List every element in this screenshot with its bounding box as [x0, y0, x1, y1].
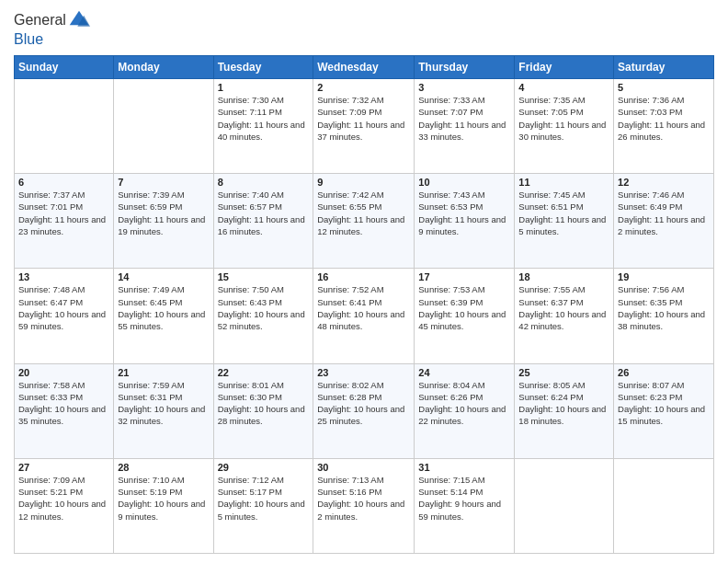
logo-general-text: General [14, 12, 66, 29]
day-info: Sunrise: 8:05 AMSunset: 6:24 PMDaylight:… [518, 379, 609, 428]
weekday-header-row: SundayMondayTuesdayWednesdayThursdayFrid… [15, 56, 714, 79]
day-info: Sunrise: 7:15 AMSunset: 5:14 PMDaylight:… [418, 474, 510, 523]
day-number: 26 [618, 367, 710, 378]
day-cell-2-1: 14Sunrise: 7:49 AMSunset: 6:45 PMDayligh… [114, 269, 213, 363]
day-number: 19 [618, 271, 710, 282]
day-number: 24 [418, 367, 510, 378]
day-number: 3 [418, 82, 510, 93]
day-cell-3-4: 24Sunrise: 8:04 AMSunset: 6:26 PMDayligh… [415, 363, 515, 458]
day-info: Sunrise: 7:53 AMSunset: 6:39 PMDaylight:… [418, 283, 510, 332]
day-info: Sunrise: 7:56 AMSunset: 6:35 PMDaylight:… [618, 283, 710, 332]
day-number: 18 [518, 271, 609, 282]
day-number: 21 [118, 367, 209, 378]
day-number: 16 [317, 271, 410, 282]
week-row-0: 1Sunrise: 7:30 AMSunset: 7:11 PMDaylight… [15, 79, 714, 174]
day-number: 28 [118, 462, 209, 473]
day-cell-4-6 [614, 458, 714, 553]
calendar-table: SundayMondayTuesdayWednesdayThursdayFrid… [14, 55, 714, 554]
day-cell-2-3: 16Sunrise: 7:52 AMSunset: 6:41 PMDayligh… [313, 269, 415, 363]
week-row-4: 27Sunrise: 7:09 AMSunset: 5:21 PMDayligh… [15, 458, 714, 553]
day-number: 5 [618, 82, 710, 93]
day-number: 30 [317, 462, 410, 473]
weekday-header-thursday: Thursday [415, 56, 515, 79]
weekday-header-tuesday: Tuesday [213, 56, 313, 79]
day-cell-1-2: 8Sunrise: 7:40 AMSunset: 6:57 PMDaylight… [213, 174, 313, 269]
week-row-2: 13Sunrise: 7:48 AMSunset: 6:47 PMDayligh… [15, 269, 714, 363]
day-cell-1-4: 10Sunrise: 7:43 AMSunset: 6:53 PMDayligh… [415, 174, 515, 269]
logo-line1: General [14, 9, 90, 31]
day-number: 15 [218, 271, 310, 282]
day-cell-0-2: 1Sunrise: 7:30 AMSunset: 7:11 PMDaylight… [213, 79, 313, 174]
day-info: Sunrise: 8:02 AMSunset: 6:28 PMDaylight:… [317, 379, 410, 428]
logo-icon [68, 9, 90, 31]
day-info: Sunrise: 7:40 AMSunset: 6:57 PMDaylight:… [218, 189, 310, 237]
day-info: Sunrise: 7:10 AMSunset: 5:19 PMDaylight:… [118, 474, 209, 523]
day-info: Sunrise: 7:33 AMSunset: 7:07 PMDaylight:… [418, 94, 510, 143]
page: General Blue SundayMondayTuesdayWednesda… [0, 0, 728, 563]
day-number: 9 [317, 177, 410, 188]
day-number: 13 [18, 271, 109, 282]
day-cell-3-3: 23Sunrise: 8:02 AMSunset: 6:28 PMDayligh… [313, 363, 415, 458]
day-number: 22 [218, 367, 310, 378]
day-info: Sunrise: 8:04 AMSunset: 6:26 PMDaylight:… [418, 379, 510, 428]
day-info: Sunrise: 7:45 AMSunset: 6:51 PMDaylight:… [518, 189, 609, 237]
day-cell-4-5 [515, 458, 614, 553]
week-row-1: 6Sunrise: 7:37 AMSunset: 7:01 PMDaylight… [15, 174, 714, 269]
logo: General Blue [14, 9, 90, 48]
weekday-header-monday: Monday [114, 56, 213, 79]
weekday-header-wednesday: Wednesday [313, 56, 415, 79]
day-number: 6 [18, 177, 109, 188]
day-number: 10 [418, 177, 510, 188]
weekday-header-friday: Friday [515, 56, 614, 79]
day-number: 29 [218, 462, 310, 473]
week-row-3: 20Sunrise: 7:58 AMSunset: 6:33 PMDayligh… [15, 363, 714, 458]
day-info: Sunrise: 7:59 AMSunset: 6:31 PMDaylight:… [118, 379, 209, 428]
day-info: Sunrise: 7:09 AMSunset: 5:21 PMDaylight:… [18, 474, 109, 523]
day-cell-4-0: 27Sunrise: 7:09 AMSunset: 5:21 PMDayligh… [15, 458, 114, 553]
day-info: Sunrise: 7:13 AMSunset: 5:16 PMDaylight:… [317, 474, 410, 523]
day-cell-3-5: 25Sunrise: 8:05 AMSunset: 6:24 PMDayligh… [515, 363, 614, 458]
day-cell-2-5: 18Sunrise: 7:55 AMSunset: 6:37 PMDayligh… [515, 269, 614, 363]
day-cell-4-1: 28Sunrise: 7:10 AMSunset: 5:19 PMDayligh… [114, 458, 213, 553]
day-info: Sunrise: 7:49 AMSunset: 6:45 PMDaylight:… [118, 283, 209, 332]
day-info: Sunrise: 7:35 AMSunset: 7:05 PMDaylight:… [518, 94, 609, 143]
day-cell-2-2: 15Sunrise: 7:50 AMSunset: 6:43 PMDayligh… [213, 269, 313, 363]
day-number: 20 [18, 367, 109, 378]
day-cell-2-4: 17Sunrise: 7:53 AMSunset: 6:39 PMDayligh… [415, 269, 515, 363]
day-cell-2-0: 13Sunrise: 7:48 AMSunset: 6:47 PMDayligh… [15, 269, 114, 363]
day-info: Sunrise: 7:39 AMSunset: 6:59 PMDaylight:… [118, 189, 209, 237]
day-number: 27 [18, 462, 109, 473]
day-cell-3-0: 20Sunrise: 7:58 AMSunset: 6:33 PMDayligh… [15, 363, 114, 458]
day-info: Sunrise: 7:36 AMSunset: 7:03 PMDaylight:… [618, 94, 710, 143]
header: General Blue [14, 9, 714, 48]
day-cell-3-1: 21Sunrise: 7:59 AMSunset: 6:31 PMDayligh… [114, 363, 213, 458]
weekday-header-saturday: Saturday [614, 56, 714, 79]
day-cell-1-0: 6Sunrise: 7:37 AMSunset: 7:01 PMDaylight… [15, 174, 114, 269]
day-cell-4-3: 30Sunrise: 7:13 AMSunset: 5:16 PMDayligh… [313, 458, 415, 553]
day-info: Sunrise: 7:58 AMSunset: 6:33 PMDaylight:… [18, 379, 109, 428]
day-number: 1 [218, 82, 310, 93]
day-cell-0-5: 4Sunrise: 7:35 AMSunset: 7:05 PMDaylight… [515, 79, 614, 174]
day-info: Sunrise: 7:50 AMSunset: 6:43 PMDaylight:… [218, 283, 310, 332]
day-info: Sunrise: 7:48 AMSunset: 6:47 PMDaylight:… [18, 283, 109, 332]
weekday-header-sunday: Sunday [15, 56, 114, 79]
day-info: Sunrise: 7:43 AMSunset: 6:53 PMDaylight:… [418, 189, 510, 237]
day-info: Sunrise: 7:12 AMSunset: 5:17 PMDaylight:… [218, 474, 310, 523]
day-cell-0-6: 5Sunrise: 7:36 AMSunset: 7:03 PMDaylight… [614, 79, 714, 174]
day-number: 11 [518, 177, 609, 188]
day-number: 23 [317, 367, 410, 378]
day-cell-1-3: 9Sunrise: 7:42 AMSunset: 6:55 PMDaylight… [313, 174, 415, 269]
day-number: 31 [418, 462, 510, 473]
day-number: 25 [518, 367, 609, 378]
day-info: Sunrise: 7:55 AMSunset: 6:37 PMDaylight:… [518, 283, 609, 332]
day-number: 12 [618, 177, 710, 188]
day-cell-0-4: 3Sunrise: 7:33 AMSunset: 7:07 PMDaylight… [415, 79, 515, 174]
day-number: 4 [518, 82, 609, 93]
day-cell-1-5: 11Sunrise: 7:45 AMSunset: 6:51 PMDayligh… [515, 174, 614, 269]
day-info: Sunrise: 8:07 AMSunset: 6:23 PMDaylight:… [618, 379, 710, 428]
day-cell-3-2: 22Sunrise: 8:01 AMSunset: 6:30 PMDayligh… [213, 363, 313, 458]
logo-blue-text: Blue [14, 31, 90, 48]
day-cell-4-2: 29Sunrise: 7:12 AMSunset: 5:17 PMDayligh… [213, 458, 313, 553]
day-info: Sunrise: 7:32 AMSunset: 7:09 PMDaylight:… [317, 94, 410, 143]
day-number: 8 [218, 177, 310, 188]
